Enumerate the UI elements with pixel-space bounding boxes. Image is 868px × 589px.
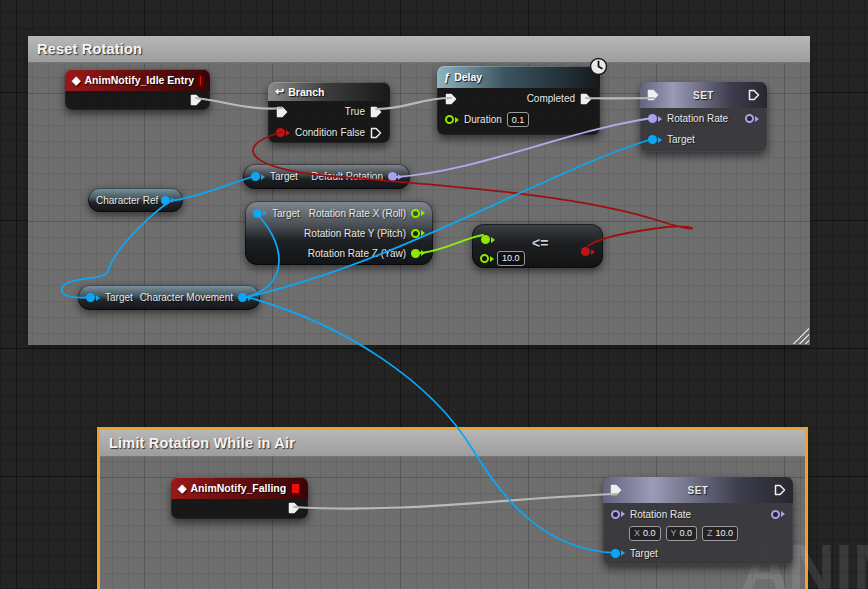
object-input-pin[interactable] — [648, 135, 662, 144]
event-override-badge — [290, 482, 301, 495]
pin-label: Rotation Rate Y (Pitch) — [304, 228, 406, 239]
object-input-pin[interactable] — [251, 172, 265, 181]
float-output-pin[interactable] — [411, 249, 425, 258]
node-header: ◈AnimNotify_Falling — [171, 477, 308, 499]
node-row: Target — [640, 129, 767, 150]
node-row: Rotation Rate — [640, 108, 767, 129]
branch-icon: ↩ — [275, 86, 284, 97]
object-output-pin[interactable] — [238, 293, 252, 302]
node-header: ↩Branch — [268, 82, 390, 101]
struct-output-pin[interactable] — [771, 510, 785, 519]
pin-label: Default Rotation — [311, 171, 383, 182]
pin-label: Character Movement — [140, 292, 233, 303]
function-icon: ƒ — [444, 72, 450, 83]
get-character-movement[interactable]: TargetCharacter Movement — [78, 285, 260, 310]
pin-label: True — [345, 106, 365, 117]
less-equal-node[interactable]: 10.0<= — [472, 224, 603, 268]
value-box[interactable]: Z10.0 — [702, 526, 738, 541]
node-row: Rotation Rate Z (Yaw) — [245, 243, 433, 263]
node-header: ƒDelay — [437, 66, 600, 88]
value-box[interactable]: 10.0 — [497, 251, 525, 266]
pin-label: Rotation Rate — [630, 509, 691, 520]
node-title: AnimNotify_Falling — [190, 482, 286, 494]
object-input-pin[interactable] — [611, 549, 625, 558]
struct-input-pin[interactable] — [611, 510, 625, 519]
exec-out-pin[interactable] — [370, 127, 382, 139]
node-title: Branch — [288, 86, 324, 98]
node-header: SET — [603, 477, 793, 503]
exec-in-pin[interactable] — [610, 484, 622, 496]
pin-label: Rotation Rate — [667, 113, 728, 124]
exec-in-pin[interactable] — [647, 89, 659, 101]
exec-out-pin[interactable] — [288, 502, 300, 514]
branch-node[interactable]: ↩BranchTrueConditionFalse — [268, 82, 390, 143]
value-box[interactable]: X0.0 — [629, 526, 661, 541]
bool-input-pin[interactable] — [276, 128, 290, 137]
struct-input-pin[interactable] — [648, 114, 662, 123]
exec-in-pin[interactable] — [445, 93, 457, 105]
object-input-pin[interactable] — [86, 293, 100, 302]
event-override-badge — [198, 74, 203, 87]
pin-label: Rotation Rate X (Roll) — [309, 208, 406, 219]
set-rotation-rate[interactable]: SETRotation RateTarget — [640, 82, 767, 152]
operator-label: <= — [532, 235, 548, 251]
struct-output-pin[interactable] — [745, 114, 759, 123]
pin-label: Rotation Rate Z (Yaw) — [308, 248, 406, 259]
blueprint-canvas[interactable]: Reset RotationLimit Rotation While in Ai… — [0, 0, 868, 589]
object-input-pin[interactable] — [253, 209, 267, 218]
pin-label: Target — [667, 134, 695, 145]
bool-output-pin[interactable] — [581, 247, 595, 256]
get-character-ref[interactable]: Character Ref — [88, 188, 183, 212]
event-icon: ◈ — [178, 483, 186, 494]
float-output-pin[interactable] — [411, 229, 425, 238]
node-header: ◈AnimNotify_Idle Entry — [65, 69, 210, 91]
pin-label: Target — [270, 171, 298, 182]
pin-label: Duration — [464, 114, 502, 125]
pin-label: Character Ref — [96, 195, 158, 206]
float-input-pin[interactable] — [480, 254, 494, 263]
pin-label: Target — [630, 548, 658, 559]
pin-label: Completed — [527, 93, 575, 104]
event-animnotify-falling[interactable]: ◈AnimNotify_Falling — [171, 477, 308, 519]
exec-in-pin[interactable] — [276, 106, 288, 118]
object-output-pin[interactable] — [161, 196, 175, 205]
node-row: Rotation Rate — [603, 503, 793, 525]
pin-label: Target — [105, 292, 133, 303]
float-output-pin[interactable] — [411, 209, 425, 218]
node-header: SET — [640, 82, 767, 108]
struct-output-pin[interactable] — [388, 172, 402, 181]
node-row: True — [268, 101, 390, 122]
exec-out-pin[interactable] — [370, 106, 382, 118]
node-row: Rotation Rate Y (Pitch) — [245, 223, 433, 243]
pin-label: Condition — [295, 127, 337, 138]
exec-out-pin[interactable] — [580, 93, 592, 105]
latent-clock-icon — [589, 57, 608, 80]
vector-value-row: X0.0Y0.0Z10.0 — [603, 525, 793, 541]
node-title: SET — [622, 485, 774, 496]
get-default-rotation[interactable]: TargetDefault Rotation — [243, 164, 410, 189]
event-animnotify-idle-entry[interactable]: ◈AnimNotify_Idle Entry — [65, 69, 210, 110]
node-row: Duration0.1 — [437, 109, 600, 130]
value-box[interactable]: Y0.0 — [666, 526, 698, 541]
delay-node[interactable]: ƒDelayCompletedDuration0.1 — [437, 66, 600, 135]
get-rotation-rate-components[interactable]: TargetRotation Rate X (Roll)Rotation Rat… — [245, 201, 433, 265]
node-title: Delay — [454, 71, 482, 83]
node-row: TargetRotation Rate X (Roll) — [245, 203, 433, 223]
exec-out-pin[interactable] — [774, 484, 786, 496]
node-title: AnimNotify_Idle Entry — [84, 74, 194, 86]
set-rotation-rate-air[interactable]: SETRotation RateX0.0Y0.0Z10.0Target — [603, 477, 793, 565]
pin-label: Target — [272, 208, 300, 219]
exec-out-pin[interactable] — [748, 89, 760, 101]
event-icon: ◈ — [72, 75, 80, 86]
node-title: SET — [659, 90, 748, 101]
float-input-pin[interactable] — [445, 115, 459, 124]
node-row: Completed — [437, 88, 600, 109]
node-layer: ◈AnimNotify_Idle Entry↩BranchTrueConditi… — [0, 0, 868, 589]
node-row: Target — [603, 541, 793, 565]
pin-label: False — [341, 127, 365, 138]
float-input-pin[interactable] — [481, 235, 495, 244]
node-row: ConditionFalse — [268, 122, 390, 143]
exec-out-pin[interactable] — [190, 94, 202, 106]
value-box[interactable]: 0.1 — [507, 112, 530, 127]
